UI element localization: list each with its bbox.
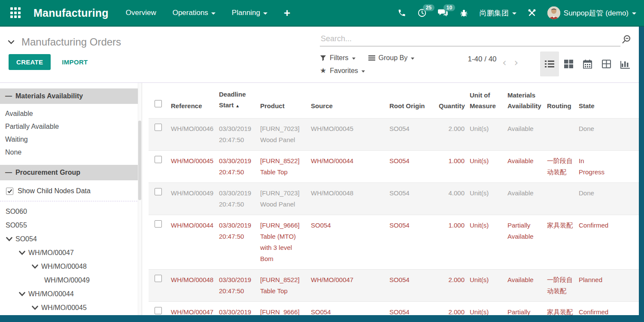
cell-source: WH/MO/00048 (311, 183, 389, 215)
view-list-button[interactable] (540, 52, 559, 76)
row-select[interactable] (149, 215, 171, 270)
cell-source: WH/MO/00047 (311, 270, 389, 302)
table-row[interactable]: WH/MO/0004703/30/2019 20:47:50[FURN_9666… (149, 302, 639, 316)
app-title[interactable]: Manufacturing (33, 7, 109, 19)
phone-icon[interactable] (398, 9, 406, 17)
col-unit-of-measure[interactable]: Unit of Measure (470, 83, 507, 118)
col-reference[interactable]: Reference (171, 83, 219, 118)
tree-expand-icon[interactable] (18, 292, 26, 297)
view-graph-button[interactable] (616, 52, 635, 76)
col-state[interactable]: State (579, 83, 616, 118)
top-navbar: Manufacturing Overview Operations Planni… (0, 0, 644, 27)
show-child-nodes-checkbox[interactable]: Show Child Nodes Data (0, 184, 142, 201)
row-select[interactable] (149, 183, 171, 215)
row-checkbox[interactable] (155, 188, 162, 195)
developer-tools-icon[interactable] (528, 9, 536, 17)
bug-icon[interactable] (459, 9, 468, 18)
menu-overview[interactable]: Overview (126, 9, 156, 17)
cell-routing: 一阶段自动装配 (547, 270, 579, 302)
view-pivot-button[interactable] (597, 52, 616, 76)
favorites-dropdown[interactable]: ★ Favorites (320, 64, 365, 77)
tree-item[interactable]: WH/MO/00044 (0, 287, 142, 301)
window-frame-right (639, 27, 644, 322)
menu-operations[interactable]: Operations (173, 9, 216, 17)
pager-next-button[interactable]: › (514, 58, 519, 68)
procurement-tree: SO060SO055SO054WH/MO/00047WH/MO/00048WH/… (0, 201, 142, 315)
control-panel: Manufacturing Orders CREATE IMPORT Filte… (0, 27, 644, 83)
cell-quantity: 2.000 (439, 270, 470, 302)
col-product[interactable]: Product (260, 83, 311, 118)
section-materials-availability[interactable]: — Materials Availability (0, 88, 142, 104)
company-switcher[interactable]: 尚鹏集团 (480, 8, 516, 18)
create-button[interactable]: CREATE (9, 54, 51, 70)
col-root-origin[interactable]: Root Origin (389, 83, 439, 118)
tree-item[interactable]: WH/MO/00045 (0, 301, 142, 315)
table-header-row: Reference Deadline Start▲ Product Source… (149, 83, 639, 118)
cell-state: Confirmed (579, 215, 616, 270)
breadcrumb-chevron-icon[interactable] (8, 39, 15, 45)
cell-uom: Unit(s) (470, 302, 507, 316)
col-quantity[interactable]: Quantity (439, 83, 470, 118)
cell-availability: Partially Available (507, 215, 547, 270)
row-checkbox[interactable] (155, 156, 162, 163)
section-procurement-group[interactable]: — Procurement Group (0, 165, 142, 180)
select-all-checkbox[interactable] (149, 83, 171, 118)
row-checkbox[interactable] (155, 220, 162, 228)
tree-expand-icon[interactable] (18, 250, 26, 255)
row-checkbox[interactable] (155, 275, 162, 282)
filters-dropdown[interactable]: Filters (320, 52, 355, 64)
table-row[interactable]: WH/MO/0004603/30/2019 20:47:50[FURN_7023… (149, 118, 639, 151)
tree-item[interactable]: WH/MO/00049 (0, 273, 142, 287)
tree-expand-icon[interactable] (31, 305, 39, 310)
add-menu-button[interactable]: + (284, 7, 290, 18)
col-materials-availability[interactable]: Materials Availability (507, 83, 547, 118)
col-source[interactable]: Source (311, 83, 389, 118)
user-menu[interactable]: Sunpop超管 (demo) (547, 6, 636, 19)
table-row[interactable]: WH/MO/0004503/30/2019 20:47:50[FURN_8522… (149, 151, 639, 183)
filter-item[interactable]: Waiting (0, 133, 142, 146)
cell-uom: Unit(s) (470, 118, 507, 151)
table-row[interactable]: WH/MO/0004903/30/2019 20:47:50[FURN_7023… (149, 183, 639, 215)
col-routing[interactable]: Routing (547, 83, 579, 118)
tree-item-label: SO060 (6, 205, 27, 219)
row-checkbox[interactable] (155, 124, 162, 131)
row-select[interactable] (149, 151, 171, 183)
cell-root_origin: SO054 (389, 183, 439, 215)
menu-planning[interactable]: Planning (232, 9, 267, 17)
row-checkbox[interactable] (155, 307, 162, 314)
row-select[interactable] (149, 302, 171, 316)
tree-item[interactable]: SO054 (0, 232, 142, 246)
cell-state: Confirmed (579, 302, 616, 316)
table-row[interactable]: WH/MO/0004803/30/2019 20:47:50[FURN_8522… (149, 270, 639, 302)
tree-item[interactable]: SO060 (0, 205, 142, 219)
table-row[interactable]: WH/MO/0004403/30/2019 20:47:50[FURN_9666… (149, 215, 639, 270)
import-button[interactable]: IMPORT (62, 58, 88, 66)
sidebar-scrollbar[interactable] (138, 83, 142, 315)
checkbox-checked-icon[interactable] (6, 188, 13, 195)
view-calendar-button[interactable] (578, 52, 597, 76)
cell-root_origin: SO054 (389, 270, 439, 302)
pager-previous-button[interactable]: ‹ (502, 58, 507, 68)
search-input[interactable] (320, 32, 620, 46)
tree-item[interactable]: WH/MO/00048 (0, 260, 142, 273)
row-select[interactable] (149, 118, 171, 151)
orders-list: Reference Deadline Start▲ Product Source… (142, 83, 644, 315)
apps-menu-icon[interactable] (10, 7, 21, 18)
tree-expand-icon[interactable] (6, 237, 13, 242)
filter-item[interactable]: None (0, 146, 142, 159)
messages-icon[interactable]: 10 (438, 8, 448, 18)
cell-root_origin: SO054 (389, 215, 439, 270)
activities-icon[interactable]: 25 (417, 8, 427, 18)
cell-routing (547, 118, 579, 151)
search-options-icon[interactable] (621, 34, 632, 46)
row-select[interactable] (149, 270, 171, 302)
col-deadline-start[interactable]: Deadline Start▲ (219, 83, 260, 118)
filter-item[interactable]: Available (0, 107, 142, 120)
filter-item[interactable]: Partially Available (0, 120, 142, 133)
cell-product: [FURN_8522] Table Top (260, 270, 311, 302)
tree-item[interactable]: WH/MO/00047 (0, 246, 142, 260)
group-by-dropdown[interactable]: Group By (368, 52, 415, 64)
tree-item[interactable]: SO055 (0, 219, 142, 232)
view-kanban-button[interactable] (559, 52, 578, 76)
tree-expand-icon[interactable] (31, 264, 39, 269)
